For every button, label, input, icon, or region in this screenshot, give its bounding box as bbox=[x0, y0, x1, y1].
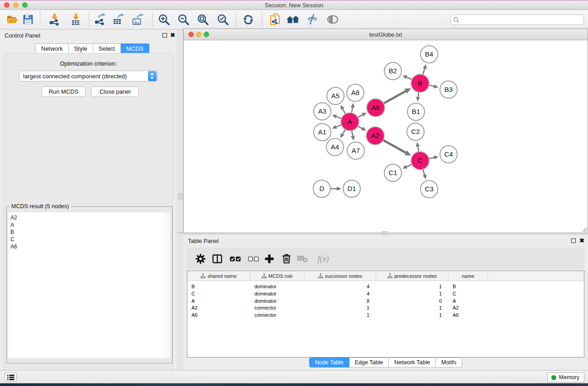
result-list-item[interactable]: A6 bbox=[8, 243, 170, 250]
window-titlebar[interactable]: Session: New Session bbox=[0, 0, 588, 10]
edge-C-C4[interactable] bbox=[429, 157, 434, 159]
vertical-splitter-handle[interactable] bbox=[178, 193, 182, 200]
table-row[interactable]: Bdominator41B bbox=[187, 283, 584, 290]
horizontal-splitter-handle[interactable] bbox=[382, 231, 388, 235]
edge-B-B1[interactable] bbox=[418, 92, 419, 97]
edge-C-C2[interactable] bbox=[418, 147, 419, 152]
table-row[interactable]: A2connector11A2 bbox=[187, 304, 584, 311]
open-session-icon[interactable] bbox=[5, 12, 20, 27]
tab-style[interactable]: Style bbox=[69, 43, 93, 53]
export-table-icon[interactable] bbox=[110, 12, 126, 27]
graph-node-B1[interactable]: B1 bbox=[407, 103, 425, 120]
delete-column-icon[interactable] bbox=[280, 253, 293, 265]
edge-A-A6[interactable] bbox=[358, 115, 363, 118]
search-input[interactable] bbox=[459, 16, 583, 24]
refresh-icon[interactable] bbox=[240, 12, 256, 27]
tab-edge-table[interactable]: Edge Table bbox=[349, 357, 389, 367]
task-history-button[interactable] bbox=[5, 372, 17, 382]
result-list-item[interactable]: C bbox=[8, 236, 170, 243]
edge-C-C3[interactable] bbox=[423, 169, 425, 175]
zoom-out-icon[interactable] bbox=[176, 12, 191, 27]
search-field[interactable] bbox=[450, 14, 584, 25]
table-row[interactable]: A6connector11A6 bbox=[187, 311, 584, 319]
tab-motifs[interactable]: Motifs bbox=[436, 357, 462, 367]
import-network-icon[interactable] bbox=[47, 12, 62, 27]
run-mcds-button[interactable]: Run MCDS bbox=[42, 86, 86, 97]
export-image-icon[interactable] bbox=[130, 12, 145, 27]
edge-B-B4[interactable] bbox=[423, 68, 425, 74]
edge-A-A2[interactable] bbox=[358, 126, 362, 129]
graph-node-B4[interactable]: B4 bbox=[421, 46, 438, 63]
network-window-titlebar[interactable]: testGlobe.txt bbox=[184, 29, 588, 40]
edge-B-B3[interactable] bbox=[429, 85, 434, 86]
zoom-fit-icon[interactable] bbox=[195, 12, 210, 27]
split-view-icon[interactable] bbox=[211, 253, 224, 265]
graph-node-C2[interactable]: C2 bbox=[407, 123, 424, 140]
hide-panel-icon[interactable] bbox=[305, 12, 320, 27]
graph-node-A[interactable]: A bbox=[341, 113, 359, 131]
result-list-item[interactable]: A2 bbox=[8, 214, 170, 221]
graph-node-D[interactable]: D bbox=[313, 180, 330, 197]
function-builder-icon[interactable]: f(x) bbox=[314, 253, 332, 265]
graph-node-A6[interactable]: A6 bbox=[367, 99, 385, 117]
float-panel-icon[interactable] bbox=[163, 33, 167, 38]
float-table-panel-icon[interactable] bbox=[571, 238, 576, 243]
select-all-checkboxes-icon[interactable] bbox=[229, 253, 242, 265]
criterion-select[interactable]: largest connected component (directed) bbox=[19, 71, 158, 81]
graph-node-C1[interactable]: C1 bbox=[384, 164, 402, 181]
deselect-all-checkboxes-icon[interactable] bbox=[247, 253, 260, 265]
edge-A-A7[interactable] bbox=[352, 131, 353, 136]
edge-A-A8[interactable] bbox=[352, 107, 353, 113]
column-header-shared-name[interactable]: shared name bbox=[187, 271, 250, 281]
edge-A6-B[interactable] bbox=[384, 91, 406, 103]
graph-node-B3[interactable]: B3 bbox=[440, 81, 457, 98]
graph-node-C[interactable]: C bbox=[411, 152, 429, 170]
graph-node-A4[interactable]: A4 bbox=[326, 138, 344, 156]
tab-mcds[interactable]: MCDS bbox=[121, 43, 149, 53]
edge-C-C1[interactable] bbox=[406, 164, 412, 167]
zoom-in-icon[interactable] bbox=[156, 12, 172, 27]
column-header-predecessor-nodes[interactable]: predecessor nodes bbox=[376, 271, 449, 281]
graph-node-A5[interactable]: A5 bbox=[327, 87, 344, 105]
network-file-icon[interactable] bbox=[268, 12, 283, 27]
graph-node-B2[interactable]: B2 bbox=[384, 62, 402, 80]
graph-node-A7[interactable]: A7 bbox=[347, 142, 364, 159]
tab-network[interactable]: Network bbox=[35, 43, 69, 53]
result-list-item[interactable]: B bbox=[8, 229, 170, 236]
edge-B-B2[interactable] bbox=[406, 77, 412, 80]
tab-select[interactable]: Select bbox=[93, 43, 121, 53]
network-graph[interactable]: B4B2BB3A8A5A6A3B1AC2A1A2A4A7C4CC1DC3D1 bbox=[184, 40, 588, 233]
graph-node-A3[interactable]: A3 bbox=[314, 103, 331, 120]
edge-A-A4[interactable] bbox=[343, 129, 345, 134]
graph-node-A1[interactable]: A1 bbox=[314, 124, 331, 141]
node-table[interactable]: shared nameMCDS rolesuccessor nodesprede… bbox=[187, 271, 584, 357]
column-header-name[interactable]: name bbox=[449, 271, 488, 281]
add-column-icon[interactable] bbox=[263, 253, 276, 265]
settings-gear-icon[interactable] bbox=[194, 253, 207, 265]
mcds-result-list[interactable]: A2ABCA6 bbox=[8, 212, 171, 358]
edge-A2-C[interactable] bbox=[383, 140, 406, 153]
export-network-icon[interactable] bbox=[92, 12, 107, 27]
import-table-icon[interactable] bbox=[68, 12, 83, 27]
result-scrollbar[interactable] bbox=[165, 212, 170, 358]
graph-node-B[interactable]: B bbox=[411, 74, 429, 92]
close-table-panel-icon[interactable]: ✖ bbox=[579, 237, 584, 244]
graph-node-C3[interactable]: C3 bbox=[421, 181, 438, 198]
tab-network-table[interactable]: Network Table bbox=[389, 357, 436, 367]
column-header-MCDS-role[interactable]: MCDS role bbox=[250, 271, 305, 281]
graph-node-A2[interactable]: A2 bbox=[366, 127, 384, 145]
tab-node-table[interactable]: Node Table bbox=[309, 357, 349, 367]
column-header-successor-nodes[interactable]: successor nodes bbox=[305, 271, 376, 281]
home-icon[interactable] bbox=[285, 12, 301, 27]
graph-node-A8[interactable]: A8 bbox=[347, 84, 364, 101]
delete-table-icon[interactable] bbox=[296, 253, 309, 265]
edge-A-A1[interactable] bbox=[336, 125, 341, 127]
graph-node-D1[interactable]: D1 bbox=[343, 180, 360, 197]
resize-grip-icon[interactable] bbox=[581, 226, 587, 232]
close-panel-icon[interactable]: ✖ bbox=[170, 32, 175, 38]
zoom-selected-icon[interactable] bbox=[215, 12, 230, 27]
show-panel-icon[interactable] bbox=[325, 12, 340, 27]
table-row[interactable]: Cdominator41C bbox=[187, 290, 584, 297]
memory-button[interactable]: Memory bbox=[547, 372, 584, 382]
edge-A-A5[interactable] bbox=[343, 109, 345, 114]
